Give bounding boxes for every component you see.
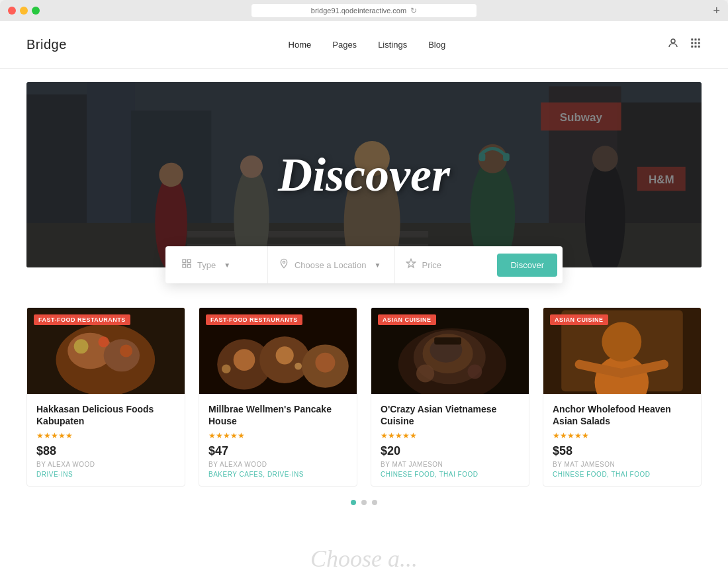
listing-stars-4: ★★★★★ [553,431,692,440]
type-label: Type [197,260,216,270]
listing-title-2: Millbrae Wellmen's Pancake House [208,403,347,427]
listing-title-4: Anchor Wholefood Heaven Asian Salads [553,403,692,427]
navigation: Bridge Home Pages Listings Blog [0,21,728,69]
svg-marker-42 [407,259,416,267]
minimize-button[interactable] [20,7,28,15]
listing-title-1: Hakkasan Delicious Foods Kabupaten [36,403,175,427]
nav-icons [667,37,702,52]
listing-badge-3: ASIAN CUISINE [378,314,436,325]
url-bar[interactable]: bridge91.qodeinteractive.com ↻ [251,4,477,17]
listing-stars-1: ★★★★★ [36,431,175,440]
listing-stars-2: ★★★★★ [208,431,347,440]
section-title-hint: Choose a... [0,532,728,568]
svg-rect-6 [698,42,700,44]
listings-section: FAST-FOOD RESTAURANTS Hakkasan Delicious… [0,267,728,532]
listing-tags-3: CHINESE FOOD, THAI FOOD [381,471,520,478]
new-tab-button[interactable]: + [713,4,720,18]
listing-badge-2: FAST-FOOD RESTAURANTS [206,314,302,325]
listing-image-3: ASIAN CUISINE [371,308,529,394]
listing-price-4: $58 [553,444,692,458]
listing-tags-2: BAKERY CAFES, DRIVE-INS [208,471,347,478]
type-icon [181,258,192,271]
svg-rect-5 [694,42,696,44]
nav-links: Home Pages Listings Blog [289,40,446,50]
price-icon [406,258,416,271]
listing-body-2: Millbrae Wellmen's Pancake House ★★★★★ $… [199,394,357,486]
price-label: Price [422,260,441,270]
listing-badge-4: ASIAN CUISINE [550,314,608,325]
svg-rect-9 [698,46,700,48]
discover-button[interactable]: Discover [497,254,557,277]
svg-rect-39 [183,264,186,267]
nav-blog[interactable]: Blog [428,40,445,50]
nav-listings[interactable]: Listings [378,40,407,50]
pagination-dot-3[interactable] [372,500,377,505]
listing-price-1: $88 [36,444,175,458]
type-field[interactable]: Type ▼ [171,246,268,283]
close-button[interactable] [8,7,16,15]
listing-author-2: BY ALEXA WOOD [208,461,347,468]
listing-price-2: $47 [208,444,347,458]
listing-tags-1: DRIVE-INS [36,471,175,478]
pagination-dot-2[interactable] [361,500,367,505]
type-dropdown-icon: ▼ [224,261,230,269]
pagination-dot-1[interactable] [351,500,356,505]
site-logo[interactable]: Bridge [26,37,67,52]
svg-rect-40 [187,264,191,267]
listing-body-1: Hakkasan Delicious Foods Kabupaten ★★★★★… [27,394,185,486]
grid-menu-icon[interactable] [690,37,702,52]
nav-home[interactable]: Home [289,40,312,50]
listing-tags-4: CHINESE FOOD, THAI FOOD [553,471,692,478]
hero-section: Subway H&M Discover [26,82,702,267]
listing-card-3[interactable]: ASIAN CUISINE O'Crazy Asian Vietnamese C… [371,307,529,487]
svg-rect-38 [187,260,191,263]
fullscreen-button[interactable] [32,7,40,15]
location-label: Choose a Location [295,260,366,270]
svg-rect-2 [694,38,696,40]
svg-point-41 [283,261,285,263]
svg-rect-37 [183,260,186,263]
url-text: bridge91.qodeinteractive.com [311,7,406,15]
browser-chrome: bridge91.qodeinteractive.com ↻ + [0,0,728,21]
reload-icon[interactable]: ↻ [410,6,417,15]
listing-card-2[interactable]: FAST-FOOD RESTAURANTS Millbrae Wellmen's… [199,307,357,487]
svg-rect-3 [698,38,700,40]
price-field[interactable]: Price [395,246,492,283]
svg-rect-8 [694,46,696,48]
svg-rect-4 [691,42,693,44]
location-dropdown-icon: ▼ [374,261,381,269]
listing-price-3: $20 [381,444,520,458]
listing-body-4: Anchor Wholefood Heaven Asian Salads ★★★… [543,394,701,486]
svg-rect-7 [691,46,693,48]
listing-image-1: FAST-FOOD RESTAURANTS [27,308,185,394]
svg-point-0 [671,39,675,43]
listing-image-2: FAST-FOOD RESTAURANTS [199,308,357,394]
user-icon[interactable] [667,37,679,52]
listing-author-4: BY MAT JAMESON [553,461,692,468]
listing-title-3: O'Crazy Asian Vietnamese Cuisine [381,403,520,427]
traffic-lights [8,7,40,15]
listing-author-1: BY ALEXA WOOD [36,461,175,468]
listing-card-1[interactable]: FAST-FOOD RESTAURANTS Hakkasan Delicious… [26,307,185,487]
svg-rect-1 [691,38,693,40]
hero-image: Subway H&M Discover [26,82,702,267]
location-icon [279,258,289,271]
listing-author-3: BY MAT JAMESON [381,461,520,468]
location-field[interactable]: Choose a Location ▼ [268,246,396,283]
search-bar: Type ▼ Choose a Location ▼ [165,246,563,283]
listing-body-3: O'Crazy Asian Vietnamese Cuisine ★★★★★ $… [371,394,529,486]
pagination [26,487,702,512]
hero-title: Discover [278,148,450,203]
nav-pages[interactable]: Pages [332,40,357,50]
listing-stars-3: ★★★★★ [381,431,520,440]
listing-image-4: ASIAN CUISINE [543,308,701,394]
listings-grid: FAST-FOOD RESTAURANTS Hakkasan Delicious… [26,307,702,487]
website: Bridge Home Pages Listings Blog [0,21,728,568]
listing-card-4[interactable]: ASIAN CUISINE Anchor Wholefood Heaven As… [543,307,702,487]
listing-badge-1: FAST-FOOD RESTAURANTS [34,314,130,325]
browser-titlebar: bridge91.qodeinteractive.com ↻ + [0,7,728,21]
